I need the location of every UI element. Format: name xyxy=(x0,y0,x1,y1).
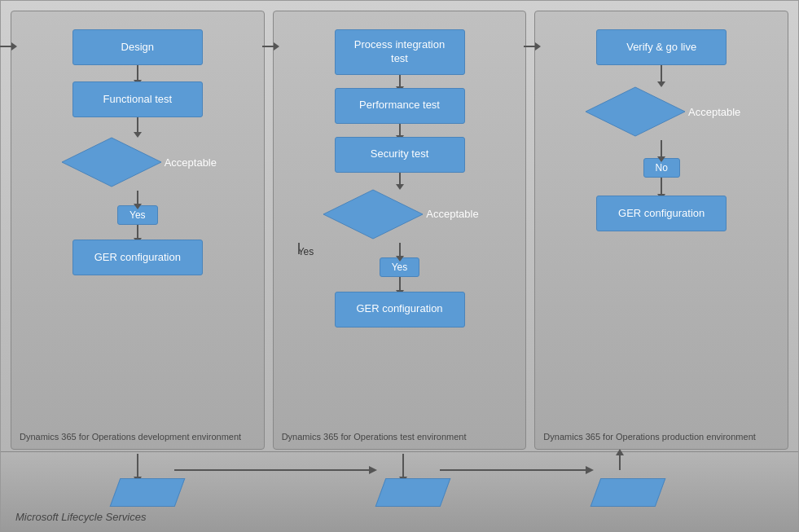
arrow-line-3 xyxy=(524,46,535,47)
col1-label: Dynamics 365 for Operations development … xyxy=(20,431,256,442)
arrow-head xyxy=(11,42,17,51)
arrow-head-3 xyxy=(535,42,541,51)
arrow1 xyxy=(137,65,138,81)
input-arrow-col1 xyxy=(0,42,17,51)
acceptable-text-col1: Acceptable xyxy=(165,156,217,169)
arrow9 xyxy=(399,277,401,292)
arrow-head-2 xyxy=(274,42,279,51)
arrow8 xyxy=(399,243,401,257)
branch-line-col2 xyxy=(298,243,300,254)
input-arrow-col2 xyxy=(262,42,279,51)
svg-marker-1 xyxy=(323,190,423,239)
col3-flow: Verify & go live Acceptable No GER xyxy=(543,21,779,231)
performance-test-box: Performance test xyxy=(335,88,465,124)
ger-config-col2: GER configuration xyxy=(335,292,465,328)
parallelogram-3 xyxy=(590,478,666,507)
lifecycle-services-label: Microsoft Lifecycle Services xyxy=(15,511,146,523)
para-col1 xyxy=(115,478,180,507)
bottom-strip: Microsoft Lifecycle Services xyxy=(1,451,798,531)
main-container: Design Functional test Acceptable xyxy=(0,0,799,532)
functional-test-box: Functional test xyxy=(72,81,203,117)
process-integration-box: Process integration test xyxy=(335,29,465,75)
svg-marker-10 xyxy=(586,466,594,474)
svg-marker-12 xyxy=(616,449,624,455)
arrow12 xyxy=(661,178,662,196)
arrow11 xyxy=(661,140,662,158)
parallelogram-2 xyxy=(375,478,451,507)
acceptable-diamond-col3: Acceptable xyxy=(608,83,714,140)
arrow6 xyxy=(399,124,401,137)
para-col3 xyxy=(595,478,661,507)
ger-config-col1: GER configuration xyxy=(72,240,203,275)
col2-label: Dynamics 365 for Operations test environ… xyxy=(282,431,518,442)
svg-marker-8 xyxy=(369,466,377,474)
design-box: Design xyxy=(72,29,203,65)
security-test-box: Security test xyxy=(335,137,465,173)
acceptable-text-col3: Acceptable xyxy=(688,106,740,118)
arrow10 xyxy=(661,65,662,83)
arrow5 xyxy=(399,75,401,88)
yes-branch-col2: Yes xyxy=(282,243,518,257)
diamond-svg-col1 xyxy=(59,134,165,190)
arrow-line xyxy=(0,46,11,47)
acceptable-diamond-col1: Acceptable xyxy=(85,134,191,191)
col1-flow: Design Functional test Acceptable xyxy=(20,21,256,275)
parallelogram-1 xyxy=(110,478,186,507)
diamond-svg-col2 xyxy=(320,187,426,242)
ger-config-col3: GER configuration xyxy=(596,196,727,231)
svg-marker-2 xyxy=(586,87,685,136)
verify-go-live-box: Verify & go live xyxy=(596,29,727,65)
arrow4 xyxy=(137,225,138,240)
arrow2 xyxy=(137,117,138,134)
column-production: Verify & go live Acceptable No GER xyxy=(534,11,788,450)
para-col2 xyxy=(380,478,446,507)
column-test: Process integration test Performance tes… xyxy=(273,11,527,450)
column-development: Design Functional test Acceptable xyxy=(11,11,265,450)
acceptable-text-col2: Acceptable xyxy=(426,208,478,220)
columns-area: Design Functional test Acceptable xyxy=(11,11,788,450)
arrow-line-2 xyxy=(262,46,274,47)
svg-marker-0 xyxy=(62,138,161,187)
col3-label: Dynamics 365 for Operations production e… xyxy=(543,431,779,442)
arrow7 xyxy=(399,173,401,186)
acceptable-diamond-col2: Acceptable xyxy=(347,186,453,243)
col2-flow: Process integration test Performance tes… xyxy=(282,21,518,328)
diamond-svg-col3 xyxy=(582,84,688,139)
yes-side-label-col2: Yes xyxy=(298,246,314,257)
input-arrow-col3 xyxy=(524,42,541,51)
arrow3 xyxy=(137,191,138,205)
